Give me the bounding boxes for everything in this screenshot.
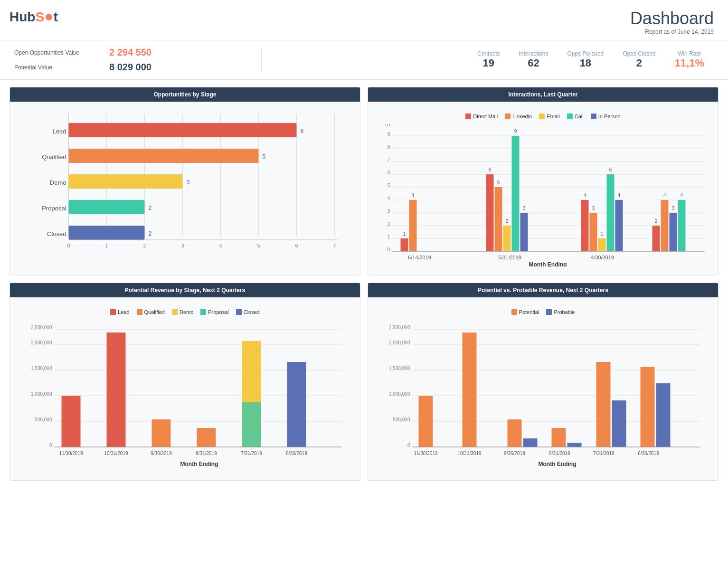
chart1-svg: Lead 6 Qualified 5 Demo 3 Proposal 2 [17, 109, 353, 261]
lead-label-3: Lead [118, 309, 129, 315]
svg-text:Demo: Demo [50, 179, 66, 186]
svg-rect-57 [486, 174, 494, 251]
svg-text:10/31/2019: 10/31/2019 [457, 451, 481, 456]
call-color [567, 114, 573, 119]
svg-text:3: 3 [672, 206, 675, 211]
svg-rect-21 [69, 226, 145, 240]
svg-rect-59 [495, 187, 502, 251]
email-label: Email [547, 114, 560, 119]
chart1-body: Lead 6 Qualified 5 Demo 3 Proposal 2 [10, 102, 360, 269]
qualified-color-3 [137, 309, 142, 315]
svg-text:5/31/2019: 5/31/2019 [498, 255, 521, 260]
in-person-label: In Person [598, 114, 621, 119]
call-label: Call [575, 114, 584, 119]
svg-text:11/30/2019: 11/30/2019 [59, 451, 83, 456]
svg-text:5: 5 [257, 243, 260, 248]
svg-text:9: 9 [387, 131, 390, 137]
svg-rect-103 [62, 396, 81, 447]
svg-text:1,500,000: 1,500,000 [389, 366, 410, 371]
win-rate-value: 11,1% [675, 57, 704, 69]
svg-rect-133 [508, 419, 522, 447]
opps-closed-label: Opps Closed [623, 50, 655, 57]
svg-text:1,000,000: 1,000,000 [389, 391, 410, 397]
svg-text:6: 6 [295, 243, 298, 248]
legend-linkedin: Linkedin [505, 114, 532, 119]
svg-rect-71 [598, 238, 606, 251]
svg-text:7/31/2019: 7/31/2019 [241, 451, 262, 456]
svg-text:4: 4 [618, 193, 621, 198]
svg-rect-134 [523, 438, 538, 447]
chart4-legend: Potential Probable [375, 304, 711, 320]
opps-pursued-metric: Opps Pursued 18 [567, 50, 604, 69]
svg-text:4: 4 [412, 193, 415, 198]
svg-text:1: 1 [403, 231, 406, 237]
svg-text:3: 3 [387, 208, 390, 214]
direct-mail-color [465, 114, 471, 119]
chart-potential-probable: Potential vs. Probable Revenue, Next 2 Q… [368, 283, 719, 481]
svg-text:2: 2 [149, 205, 152, 211]
dashboard-title-block: Dashboard Report as of June 14, 2019 [630, 9, 714, 35]
opps-closed-metric: Opps Closed 2 [623, 50, 655, 69]
chart2-legend: Direct Mail Linkedin Email Call [375, 109, 711, 124]
svg-rect-69 [590, 213, 597, 251]
svg-text:3: 3 [181, 243, 184, 248]
svg-text:6: 6 [301, 128, 304, 134]
svg-rect-15 [69, 174, 183, 189]
svg-text:500,000: 500,000 [35, 417, 52, 422]
win-rate-label: Win Rate [675, 50, 704, 57]
metrics-row: Open Opportunities Value 2 294 550 Poten… [0, 40, 728, 80]
svg-text:0: 0 [407, 443, 410, 448]
chart3-header: Potential Revenue by Stage, Next 2 Quart… [10, 283, 360, 297]
svg-text:Proposal: Proposal [42, 205, 66, 212]
svg-text:2: 2 [149, 230, 152, 237]
potential-value: 8 029 000 [109, 62, 151, 73]
svg-rect-55 [409, 200, 417, 251]
linkedin-label: Linkedin [512, 114, 532, 119]
svg-text:6/14/2019: 6/14/2019 [408, 255, 431, 260]
potential-label-4: Potential [519, 309, 539, 315]
svg-rect-61 [503, 226, 511, 251]
svg-rect-132 [463, 332, 477, 447]
chart2-header: Interactions, Last Quarter [368, 87, 718, 102]
legend4-potential: Potential [511, 309, 539, 315]
metrics-right: Contacts 19 Interactions 62 Opps Pursued… [271, 50, 714, 69]
closed-label-3: Closed [244, 309, 260, 315]
svg-text:6: 6 [609, 167, 612, 172]
svg-text:9/30/2019: 9/30/2019 [504, 451, 525, 456]
svg-rect-18 [69, 200, 145, 214]
page-title: Dashboard [630, 9, 714, 28]
svg-text:0: 0 [387, 247, 390, 252]
svg-text:10: 10 [384, 124, 390, 127]
chart-interactions: Interactions, Last Quarter Direct Mail L… [368, 87, 719, 276]
chart3-svg: 0 500,000 1,000,000 1,500,000 2,000,000 … [17, 320, 353, 472]
svg-text:1: 1 [105, 243, 108, 248]
linkedin-color [505, 114, 511, 119]
demo-color-3 [172, 309, 178, 315]
svg-text:8/31/2019: 8/31/2019 [196, 451, 217, 456]
svg-text:3: 3 [523, 206, 526, 211]
svg-rect-83 [678, 200, 686, 251]
svg-text:9/30/2019: 9/30/2019 [151, 451, 172, 456]
legend-direct-mail: Direct Mail [465, 114, 498, 119]
direct-mail-label: Direct Mail [473, 114, 498, 119]
svg-text:8/31/2019: 8/31/2019 [549, 451, 570, 456]
svg-text:4: 4 [584, 193, 586, 198]
svg-rect-104 [107, 332, 126, 447]
svg-text:7/31/2019: 7/31/2019 [593, 451, 615, 456]
svg-text:11/30/2019: 11/30/2019 [414, 451, 437, 456]
svg-rect-79 [661, 200, 669, 251]
svg-rect-77 [652, 226, 660, 251]
chart4-body: Potential Probable 0 500,000 1,000,000 1… [368, 297, 718, 480]
svg-text:9: 9 [514, 129, 517, 134]
header: HubS●t Dashboard Report as of June 14, 2… [0, 0, 728, 40]
svg-text:4: 4 [681, 193, 683, 198]
svg-text:4/30/2019: 4/30/2019 [591, 255, 614, 260]
potential-label: Potential Value [14, 64, 109, 71]
charts-container: Opportunities by Stage Lead 6 [0, 80, 728, 495]
svg-text:7: 7 [333, 243, 336, 248]
svg-text:6: 6 [489, 167, 492, 172]
legend3-qualified: Qualified [137, 309, 165, 315]
svg-rect-73 [607, 174, 615, 251]
svg-rect-109 [287, 362, 306, 447]
svg-rect-53 [401, 238, 408, 251]
